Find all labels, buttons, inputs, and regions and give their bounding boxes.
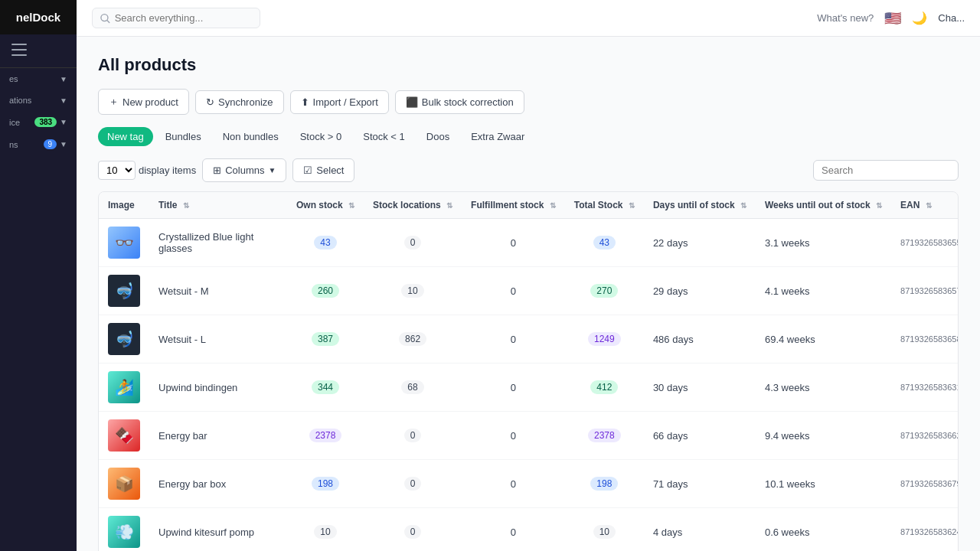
menu-icon[interactable]: [0, 34, 77, 68]
search-box[interactable]: [92, 8, 260, 28]
chevron-icon: ▼: [60, 140, 67, 148]
product-thumbnail: 🍫: [108, 419, 140, 452]
filter-tab-doos[interactable]: Doos: [417, 127, 459, 146]
table-header-row: Image Title ⇅ Own stock ⇅ Stock location…: [99, 192, 959, 219]
cell-total-stock: 10: [565, 508, 644, 552]
items-per-page-select[interactable]: 10 25 50: [98, 161, 136, 180]
columns-button[interactable]: ⊞ Columns ▼: [202, 158, 286, 182]
col-header-weeks-until-stock[interactable]: Weeks until out of stock ⇅: [756, 192, 891, 219]
cell-title: Energy bar box: [149, 460, 287, 508]
cell-image: 🤿: [99, 315, 149, 364]
table-row[interactable]: 📦 Energy bar box 198 0 0 198 71 days 10.…: [99, 460, 959, 508]
toolbar: ＋ New product ↻ Synchronize ⬆ Import / E…: [98, 89, 959, 115]
main-content: What's new? 🇺🇸 🌙 Cha... All products ＋ N…: [77, 0, 980, 551]
filter-tab-stock-lt-1[interactable]: Stock < 1: [354, 127, 414, 146]
col-header-fulfillment-stock[interactable]: Fulfillment stock ⇅: [462, 192, 565, 219]
sidebar-section-ns[interactable]: ns 9 ▼: [0, 133, 77, 155]
cell-image: 🏄: [99, 364, 149, 412]
col-header-ean[interactable]: EAN ⇅: [891, 192, 959, 219]
filter-tab-new-tag[interactable]: New tag: [98, 127, 153, 146]
cell-own-stock: 387: [287, 315, 364, 364]
col-header-own-stock[interactable]: Own stock ⇅: [287, 192, 364, 219]
table-controls: 10 25 50 display items ⊞ Columns ▼ ☑ Sel…: [98, 158, 959, 182]
new-product-button[interactable]: ＋ New product: [98, 89, 189, 115]
cell-total-stock: 2378: [565, 412, 644, 460]
sidebar-section-ations[interactable]: ations ▼: [0, 90, 77, 111]
table-row[interactable]: 🍫 Energy bar 2378 0 0 2378 66 days 9.4 w…: [99, 412, 959, 460]
product-thumbnail: 🏄: [108, 371, 140, 403]
chevron-icon: ▼: [60, 118, 67, 126]
table-row[interactable]: 🏄 Upwind bindingen 344 68 0 412 30 days …: [99, 364, 959, 412]
own-stock-badge: 387: [312, 332, 339, 346]
table-row[interactable]: 🤿 Wetsuit - L 387 862 0 1249 486 days 69…: [99, 315, 959, 364]
sidebar-section-es[interactable]: es ▼: [0, 68, 77, 90]
table-row[interactable]: 👓 Crystallized Blue light glasses 43 0 0…: [99, 219, 959, 267]
cell-days-until-stock: 29 days: [644, 267, 756, 315]
svg-rect-1: [11, 49, 27, 51]
columns-chevron-icon: ▼: [268, 166, 276, 174]
cell-fulfillment-stock: 0: [462, 460, 565, 508]
svg-rect-2: [11, 54, 27, 56]
content-area: All products ＋ New product ↻ Synchronize…: [77, 37, 980, 551]
import-export-button[interactable]: ⬆ Import / Export: [290, 90, 389, 114]
user-label: Cha...: [938, 12, 965, 24]
correction-icon: ⬛: [406, 96, 418, 108]
cell-stock-locations: 68: [364, 364, 462, 412]
bulk-correction-button[interactable]: ⬛ Bulk stock correction: [395, 90, 524, 114]
cell-fulfillment-stock: 0: [462, 412, 565, 460]
search-input[interactable]: [115, 12, 252, 24]
cell-days-until-stock: 4 days: [644, 508, 756, 552]
cell-days-until-stock: 486 days: [644, 315, 756, 364]
select-button[interactable]: ☑ Select: [292, 158, 354, 182]
table-search-input[interactable]: [813, 160, 959, 181]
product-thumbnail: 📦: [108, 468, 140, 500]
synchronize-button[interactable]: ↻ Synchronize: [195, 90, 284, 114]
sort-icon-total-stock: ⇅: [629, 201, 635, 210]
display-items-label: display items: [139, 165, 196, 176]
cell-weeks-until-stock: 0.6 weeks: [756, 508, 891, 552]
product-thumbnail: 🤿: [108, 275, 140, 307]
col-header-total-stock[interactable]: Total Stock ⇅: [565, 192, 644, 219]
items-per-page-control: 10 25 50 display items: [98, 161, 196, 180]
cell-days-until-stock: 66 days: [644, 412, 756, 460]
filter-tab-extra-zwaar[interactable]: Extra Zwaar: [462, 127, 534, 146]
filter-tab-non-bundles[interactable]: Non bundles: [214, 127, 288, 146]
cell-image: 🍫: [99, 412, 149, 460]
cell-own-stock: 344: [287, 364, 364, 412]
cell-stock-locations: 862: [364, 315, 462, 364]
stock-locations-badge: 0: [404, 429, 422, 442]
col-header-days-until-stock[interactable]: Days until of stock ⇅: [644, 192, 756, 219]
sidebar-section-ice[interactable]: ice 383 ▼: [0, 111, 77, 133]
filter-tab-bundles[interactable]: Bundles: [156, 127, 211, 146]
cell-title: Wetsuit - M: [149, 267, 287, 315]
table-row[interactable]: 🤿 Wetsuit - M 260 10 0 270 29 days 4.1 w…: [99, 267, 959, 315]
cell-fulfillment-stock: 0: [462, 364, 565, 412]
table-row[interactable]: 💨 Upwind kitesurf pomp 10 0 0 10 4 days …: [99, 508, 959, 552]
cell-days-until-stock: 22 days: [644, 219, 756, 267]
own-stock-badge: 10: [314, 525, 336, 539]
cell-total-stock: 43: [565, 219, 644, 267]
flag-icon: 🇺🇸: [884, 10, 901, 27]
product-thumbnail: 👓: [108, 227, 140, 259]
whats-new-link[interactable]: What's new?: [817, 12, 874, 24]
total-stock-badge: 1249: [588, 332, 621, 346]
product-thumbnail: 💨: [108, 516, 140, 548]
cell-title: Upwind kitesurf pomp: [149, 508, 287, 552]
dark-mode-icon[interactable]: 🌙: [912, 11, 927, 25]
cell-total-stock: 270: [565, 267, 644, 315]
own-stock-badge: 198: [312, 477, 339, 491]
chevron-icon: ▼: [60, 96, 67, 105]
search-icon: [100, 13, 110, 24]
cell-stock-locations: 0: [364, 219, 462, 267]
col-header-title[interactable]: Title ⇅: [149, 192, 287, 219]
badge-9: 9: [44, 139, 57, 149]
col-header-image[interactable]: Image: [99, 192, 149, 219]
col-header-stock-locations[interactable]: Stock locations ⇅: [364, 192, 462, 219]
filter-tab-stock-gt-0[interactable]: Stock > 0: [291, 127, 351, 146]
cell-image: 📦: [99, 460, 149, 508]
sort-icon-title: ⇅: [183, 201, 189, 210]
stock-locations-badge: 10: [401, 284, 423, 298]
total-stock-badge: 43: [593, 236, 616, 249]
cell-title: Upwind bindingen: [149, 364, 287, 412]
cell-weeks-until-stock: 10.1 weeks: [756, 460, 891, 508]
